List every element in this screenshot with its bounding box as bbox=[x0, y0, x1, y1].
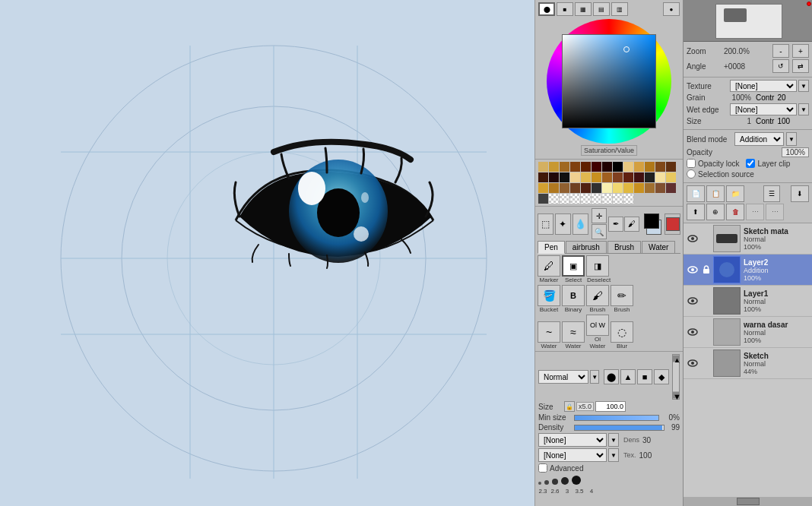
pen-tool[interactable]: ✒ bbox=[608, 217, 623, 232]
swatch[interactable] bbox=[613, 194, 623, 204]
swatch[interactable] bbox=[613, 162, 623, 172]
brush3-btn[interactable]: ✏ bbox=[611, 285, 633, 306]
new-layer-btn[interactable]: 📄 bbox=[687, 185, 705, 202]
picker-mode-btn[interactable]: ▥ bbox=[611, 2, 628, 16]
swatch[interactable] bbox=[538, 162, 548, 172]
size-input[interactable] bbox=[595, 401, 626, 412]
zoom-tool[interactable]: 🔍 bbox=[592, 224, 607, 239]
swatch[interactable] bbox=[549, 172, 559, 182]
close-mode-btn[interactable]: ● bbox=[663, 2, 680, 16]
density-bar[interactable] bbox=[574, 425, 665, 431]
size-dot-3[interactable] bbox=[552, 479, 558, 485]
brush-tool-btn[interactable]: 🖌 bbox=[624, 217, 639, 232]
size-dot-1[interactable] bbox=[538, 482, 541, 485]
swatch[interactable] bbox=[549, 183, 559, 193]
swatch[interactable] bbox=[634, 162, 644, 172]
swatch[interactable] bbox=[655, 183, 665, 193]
swatch[interactable] bbox=[549, 194, 559, 204]
swatch[interactable] bbox=[634, 183, 644, 193]
airbrush-tab[interactable]: airbrush bbox=[566, 241, 607, 253]
blend-mode-select[interactable]: Normal bbox=[538, 370, 588, 384]
layer-eye-layer1[interactable] bbox=[686, 294, 699, 308]
swatch[interactable] bbox=[645, 183, 655, 193]
tex2-select[interactable]: [None] bbox=[538, 448, 607, 462]
swatch[interactable] bbox=[560, 194, 569, 204]
shape-triangle-btn[interactable]: ▲ bbox=[620, 369, 636, 384]
swatch[interactable] bbox=[613, 172, 623, 182]
layer-item-sketch[interactable]: Sketch Normal 44% bbox=[684, 348, 812, 379]
zoom-plus-btn[interactable]: + bbox=[792, 44, 809, 58]
import-layer-btn[interactable]: ⬇ bbox=[791, 185, 809, 202]
merge-layer-btn[interactable]: ⊕ bbox=[706, 204, 725, 220]
copy-layer-btn[interactable]: 📋 bbox=[706, 185, 725, 202]
swatch[interactable] bbox=[581, 172, 591, 182]
swatch[interactable] bbox=[592, 194, 601, 204]
swatch[interactable] bbox=[666, 172, 676, 182]
lasso-tool[interactable]: ✦ bbox=[555, 213, 571, 235]
tri-mode-btn[interactable]: ▦ bbox=[575, 2, 592, 16]
tex2-arrow[interactable]: ▼ bbox=[608, 448, 619, 462]
shape-square-btn[interactable]: ■ bbox=[637, 369, 652, 384]
tex1-arrow[interactable]: ▼ bbox=[608, 433, 619, 447]
swatch[interactable] bbox=[592, 172, 601, 182]
size-dot-5[interactable] bbox=[572, 476, 581, 485]
tex1-select[interactable]: [None] bbox=[538, 433, 607, 447]
brush-main-tab[interactable]: Brush bbox=[607, 241, 641, 253]
swatch[interactable] bbox=[538, 172, 548, 182]
swatch[interactable] bbox=[581, 194, 591, 204]
eyedropper-tool[interactable]: 💧 bbox=[573, 213, 588, 235]
swatch[interactable] bbox=[570, 194, 580, 204]
swatch[interactable] bbox=[602, 162, 612, 172]
bucket-btn[interactable]: 🪣 bbox=[538, 285, 560, 306]
layer-item-layer1[interactable]: Layer1 Normal 100% bbox=[684, 286, 812, 317]
swatch[interactable] bbox=[570, 183, 580, 193]
sv-box[interactable] bbox=[562, 34, 656, 128]
wetedge-select[interactable]: [None] bbox=[730, 103, 797, 115]
layer-eye-layer2[interactable] bbox=[686, 263, 699, 277]
grad-mode-btn[interactable]: ▤ bbox=[593, 2, 610, 16]
canvas-preview[interactable] bbox=[684, 0, 812, 42]
layer-item-sketch-mata[interactable]: Sketch mata Normal 100% bbox=[684, 223, 812, 255]
swatch[interactable] bbox=[560, 183, 569, 193]
opacity-lock-checkbox[interactable] bbox=[687, 159, 696, 168]
color-wheel-container[interactable]: Saturation/Value bbox=[547, 19, 671, 144]
swatch[interactable] bbox=[623, 162, 633, 172]
advanced-checkbox[interactable] bbox=[538, 463, 547, 473]
swatch[interactable] bbox=[666, 162, 676, 172]
zoom-minus-btn[interactable]: - bbox=[772, 44, 789, 58]
texture-arrow[interactable]: ▼ bbox=[798, 80, 809, 92]
layer-lock-layer2[interactable] bbox=[701, 264, 712, 275]
swatch[interactable] bbox=[538, 183, 548, 193]
shape-circle-btn[interactable]: ⬤ bbox=[604, 369, 619, 384]
water2-btn[interactable]: ≈ bbox=[562, 321, 585, 343]
brush2-btn[interactable]: 🖌 bbox=[586, 285, 609, 306]
swatch[interactable] bbox=[666, 183, 676, 193]
shape-other-btn[interactable]: ◆ bbox=[654, 369, 669, 384]
select-brush-btn[interactable]: ▣ bbox=[562, 255, 585, 277]
water-btn[interactable]: ~ bbox=[538, 321, 560, 343]
blur-btn[interactable]: ◌ bbox=[611, 321, 633, 343]
swatch[interactable] bbox=[570, 172, 580, 182]
angle-reset-btn[interactable]: ↺ bbox=[772, 59, 789, 73]
water-tab[interactable]: Water bbox=[642, 241, 675, 253]
swatch[interactable] bbox=[634, 172, 644, 182]
layer-eye-warna-dasar[interactable] bbox=[686, 325, 699, 339]
layer-blend-select[interactable]: Addition bbox=[734, 132, 784, 146]
select-rect-tool[interactable]: ⬚ bbox=[538, 213, 553, 235]
marker-btn[interactable]: 🖊 bbox=[538, 255, 560, 277]
swatch[interactable] bbox=[655, 162, 665, 172]
foreground-color-swatch[interactable] bbox=[644, 213, 659, 229]
deselect-btn[interactable]: ◨ bbox=[586, 255, 609, 277]
binary-btn[interactable]: B bbox=[562, 285, 585, 306]
swatch[interactable] bbox=[623, 172, 633, 182]
swatch[interactable] bbox=[560, 162, 569, 172]
swatch[interactable] bbox=[602, 183, 612, 193]
circle-mode-btn[interactable]: ⬤ bbox=[538, 2, 555, 16]
swatch[interactable] bbox=[613, 183, 623, 193]
wetedge-arrow[interactable]: ▼ bbox=[798, 103, 809, 115]
layer-panel-scrollbar[interactable] bbox=[684, 497, 812, 506]
selection-source-radio[interactable] bbox=[687, 169, 696, 179]
swatch[interactable] bbox=[581, 162, 591, 172]
size-dot-2[interactable] bbox=[544, 480, 549, 485]
pen-tab[interactable]: Pen bbox=[538, 241, 565, 254]
